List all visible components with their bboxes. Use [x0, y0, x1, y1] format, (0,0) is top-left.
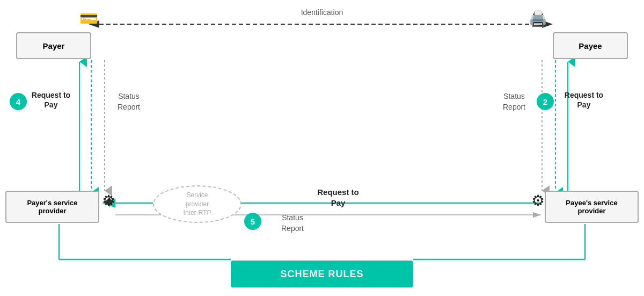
payee-sp-hub-icon: ⚙ [531, 192, 545, 210]
step-4-label: Request toPay [30, 90, 72, 110]
payee-sp-label: Payee's serviceprovider [566, 199, 617, 215]
payee-sp-box: Payee's serviceprovider [545, 191, 639, 223]
scheme-rules-box: SCHEME RULES [231, 261, 413, 287]
status-report-5-label: StatusReport [266, 213, 319, 234]
status-report-right-label: StatusReport [493, 91, 536, 112]
status-report-left-label: StatusReport [107, 91, 150, 112]
payee-icon: 🖨️ [529, 10, 547, 27]
step-2-label: Request toPay [557, 90, 611, 110]
payer-sp-label: Payer's serviceprovider [27, 199, 77, 215]
service-provider-label: ServiceproviderInter-RTP [184, 191, 211, 218]
scheme-rules-label: SCHEME RULES [280, 269, 363, 280]
payer-icon: 💳 [79, 10, 98, 27]
payer-box: Payer [16, 32, 91, 59]
request-to-pay-main-label: Request toPay [295, 187, 381, 208]
step-4-circle: 4 [10, 93, 27, 110]
payee-label: Payee [579, 41, 602, 50]
diagram: 💳 🖨️ Payer Payee Payer's serviceprovider… [0, 0, 644, 296]
payer-sp-hub-icon: ⚙ [102, 192, 115, 210]
service-provider-oval: ServiceproviderInter-RTP [153, 185, 241, 223]
payee-box: Payee [553, 32, 628, 59]
identification-label: Identification [268, 8, 376, 17]
payer-label: Payer [43, 41, 65, 50]
payer-sp-box: Payer's serviceprovider [5, 191, 99, 223]
step-2-circle: 2 [537, 93, 554, 110]
step-5-circle: 5 [244, 213, 261, 230]
